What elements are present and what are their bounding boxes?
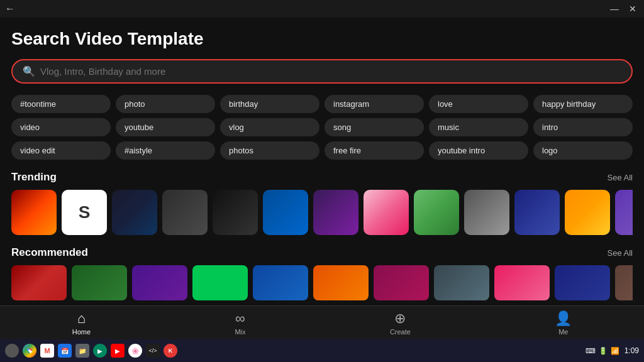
- youtube-icon[interactable]: ▶: [111, 344, 125, 358]
- recommended-item[interactable]: [434, 265, 489, 300]
- trending-item[interactable]: [565, 190, 610, 235]
- recommended-item[interactable]: [555, 265, 610, 300]
- kinemaster-icon[interactable]: K: [164, 344, 177, 358]
- recommended-item[interactable]: [132, 265, 187, 300]
- tag-chip[interactable]: music: [429, 118, 528, 136]
- mix-icon: ∞: [235, 310, 245, 327]
- search-icon: 🔍: [23, 65, 35, 77]
- trending-item[interactable]: [364, 190, 409, 235]
- search-input[interactable]: [40, 66, 621, 77]
- trending-item[interactable]: [514, 190, 560, 235]
- home-icon: ⌂: [77, 310, 86, 327]
- tag-chip[interactable]: photos: [220, 141, 319, 160]
- nav-home[interactable]: ⌂ Home: [72, 310, 91, 336]
- calendar-icon[interactable]: 📅: [58, 344, 72, 358]
- files-icon[interactable]: 📁: [75, 344, 89, 358]
- tag-chip[interactable]: free fire: [325, 141, 424, 160]
- nav-create[interactable]: ⊕ Create: [390, 310, 411, 336]
- minimize-button[interactable]: —: [608, 3, 621, 14]
- svg-point-1: [28, 349, 31, 352]
- trending-item[interactable]: [213, 190, 258, 235]
- trending-item[interactable]: [414, 190, 459, 235]
- taskbar: M 📅 📁 ▶ ▶ 🌸 </> K ⌨ 🔋 📶 1:09: [0, 339, 644, 362]
- tag-chip[interactable]: birthday: [220, 95, 319, 113]
- nav-me[interactable]: 👤 Me: [555, 310, 572, 336]
- gmail-icon[interactable]: M: [40, 344, 54, 358]
- tag-chip[interactable]: video: [11, 118, 111, 136]
- nav-create-label: Create: [390, 328, 411, 336]
- tag-chip[interactable]: youtube: [116, 118, 215, 136]
- taskbar-right: ⌨ 🔋 📶 1:09: [586, 346, 639, 355]
- close-button[interactable]: ✕: [626, 3, 639, 14]
- nav-home-label: Home: [72, 328, 91, 336]
- window-controls: — ✕: [608, 3, 639, 14]
- trending-item[interactable]: [263, 190, 308, 235]
- code-icon[interactable]: </>: [146, 344, 160, 358]
- battery-icon: 🔋: [599, 347, 608, 355]
- play-store-icon[interactable]: ▶: [93, 344, 107, 358]
- trending-title: Trending: [11, 171, 57, 184]
- tag-chip[interactable]: video edit: [11, 141, 111, 160]
- keyboard-icon: ⌨: [586, 347, 596, 355]
- tag-chip[interactable]: vlog: [220, 118, 319, 136]
- tag-chip[interactable]: logo: [533, 141, 633, 160]
- nav-mix-label: Mix: [235, 328, 245, 336]
- system-tray: ⌨ 🔋 📶: [586, 347, 619, 355]
- recommended-row: [11, 265, 633, 300]
- bottom-nav: ⌂ Home ∞ Mix ⊕ Create 👤 Me: [0, 305, 644, 339]
- photos-icon[interactable]: 🌸: [128, 344, 142, 358]
- trending-item[interactable]: [112, 190, 157, 235]
- recommended-item[interactable]: [313, 265, 369, 300]
- main-content: Search Video Template 🔍 #toontimephotobi…: [0, 18, 644, 313]
- tag-chip[interactable]: youtube intro: [429, 141, 528, 160]
- recommended-item[interactable]: [615, 265, 633, 300]
- recommended-item[interactable]: [192, 265, 248, 300]
- page-title: Search Video Template: [11, 29, 633, 49]
- trending-item[interactable]: [162, 190, 208, 235]
- create-icon: ⊕: [394, 310, 406, 327]
- tag-chip[interactable]: instagram: [325, 95, 424, 113]
- trending-item[interactable]: S: [62, 190, 107, 235]
- trending-see-all[interactable]: See All: [608, 173, 633, 182]
- recommended-header: Recommended See All: [11, 246, 633, 259]
- taskbar-left: M 📅 📁 ▶ ▶ 🌸 </> K: [5, 344, 177, 358]
- back-button[interactable]: ←: [5, 3, 15, 14]
- tag-chip[interactable]: song: [325, 118, 424, 136]
- recommended-item[interactable]: [11, 265, 67, 300]
- chrome-icon[interactable]: [23, 344, 36, 358]
- person-icon: 👤: [555, 310, 572, 327]
- tag-chip[interactable]: happy birthday: [533, 95, 633, 113]
- tag-chip[interactable]: photo: [116, 95, 215, 113]
- trending-header: Trending See All: [11, 171, 633, 184]
- trending-item[interactable]: [11, 190, 57, 235]
- trending-item[interactable]: [313, 190, 358, 235]
- trending-item[interactable]: [615, 190, 633, 235]
- wifi-icon: 📶: [611, 347, 619, 355]
- recommended-item[interactable]: [494, 265, 550, 300]
- taskbar-circle-icon[interactable]: [5, 344, 19, 358]
- recommended-item[interactable]: [374, 265, 429, 300]
- clock: 1:09: [625, 346, 639, 355]
- trending-row: S ›: [11, 190, 633, 235]
- recommended-item[interactable]: [253, 265, 308, 300]
- trending-item[interactable]: [464, 190, 509, 235]
- title-bar: ← — ✕: [0, 0, 644, 18]
- tag-chip[interactable]: #aistyle: [116, 141, 215, 160]
- tag-chip[interactable]: #toontime: [11, 95, 111, 113]
- recommended-item[interactable]: [72, 265, 127, 300]
- tag-chip[interactable]: love: [429, 95, 528, 113]
- nav-mix[interactable]: ∞ Mix: [235, 310, 245, 336]
- search-bar[interactable]: 🔍: [11, 59, 633, 84]
- tags-grid: #toontimephotobirthdayinstagramlovehappy…: [11, 95, 633, 160]
- nav-me-label: Me: [558, 328, 568, 336]
- tag-chip[interactable]: intro: [533, 118, 633, 136]
- recommended-title: Recommended: [11, 246, 88, 259]
- recommended-see-all[interactable]: See All: [608, 248, 633, 258]
